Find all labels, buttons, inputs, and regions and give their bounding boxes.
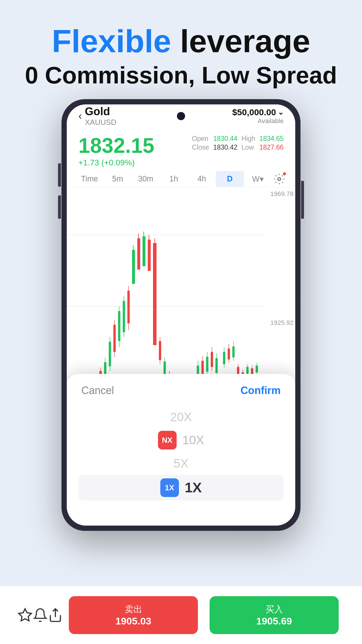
svg-marker-81 [19,609,31,621]
bottom-action-bar: 卖出 1905.03 买入 1905.69 [0,586,362,644]
header-title: Flexible leverage [17,23,345,59]
tf-5m[interactable]: 5m [103,171,131,187]
chart-settings[interactable] [272,172,287,186]
open-value: 1830.44 [213,135,237,143]
svg-rect-66 [223,352,225,364]
open-label: Open [192,135,209,143]
low-label: Low [242,144,255,151]
header-section: Flexible leverage 0 Commission, Low Spre… [0,0,362,101]
svg-rect-26 [118,311,120,341]
svg-rect-32 [132,250,135,284]
tf-d[interactable]: D [216,171,244,187]
leverage-value-10x: 10X [182,433,204,447]
leverage-option-10x[interactable]: NX 10X [67,428,295,452]
svg-rect-68 [228,349,230,359]
chart-price-top: 1969.78 [270,190,294,198]
svg-rect-76 [246,367,249,374]
close-label: Close [192,144,209,151]
side-button-right [301,181,304,219]
svg-rect-34 [137,238,140,270]
tf-w[interactable]: W▾ [244,171,272,187]
leverage-option-5x[interactable]: 5X [67,452,295,475]
side-button-left-top [58,163,61,187]
side-button-left-bottom [58,195,61,219]
tf-30m[interactable]: 30m [132,171,160,187]
close-value: 1830.42 [213,144,237,151]
tf-1h[interactable]: 1h [160,171,188,187]
overlay-header: Cancel Confirm [67,374,295,402]
svg-rect-42 [159,341,161,360]
header-title-black: leverage [171,23,310,59]
cancel-button[interactable]: Cancel [81,384,114,397]
leverage-option-1x-selected[interactable]: 1X 1X [78,475,284,501]
price-section: 1832.15 +1.73 (+0.09%) Open 1830.44 High… [67,128,295,170]
balance-info: $50,000.00 ⌄ Available [232,107,284,125]
notification-icon[interactable] [33,608,48,623]
svg-rect-40 [153,243,157,345]
header-title-blue: Flexible [52,23,171,59]
back-button[interactable]: ‹ [78,110,82,122]
phone-screen: ‹ Gold XAUUSD $50,000.00 ⌄ Available [67,104,295,526]
balance-label: Available [232,117,284,125]
header-subtitle: 0 Commission, Low Spread [17,62,345,89]
phone-wrapper: ‹ Gold XAUUSD $50,000.00 ⌄ Available [61,99,301,557]
confirm-button[interactable]: Confirm [240,384,281,397]
high-label: High [242,135,255,143]
share-icon[interactable] [48,608,63,623]
watchlist-icon[interactable] [17,608,33,623]
current-price: 1832.15 [78,134,154,158]
buy-button[interactable]: 买入 1905.69 [210,596,339,634]
nx-badge: NX [158,431,177,449]
camera-notch [177,112,185,120]
tf-time[interactable]: Time [75,171,103,187]
svg-rect-24 [113,325,116,352]
sell-label: 卖出 [125,603,142,615]
svg-rect-30 [127,291,130,323]
settings-notification-dot [283,172,286,175]
svg-rect-22 [109,342,111,366]
sell-price: 1905.03 [115,615,151,627]
price-change: +1.73 (+0.09%) [78,158,154,167]
onex-badge: 1X [160,478,179,497]
buy-price: 1905.69 [256,615,292,627]
chart-price-mid: 1925.92 [270,319,294,327]
svg-rect-80 [256,365,258,372]
svg-rect-38 [148,240,151,271]
svg-rect-36 [143,236,145,266]
svg-point-0 [278,178,281,181]
leverage-value-1x: 1X [185,477,202,498]
svg-rect-60 [206,357,208,372]
timeframe-bar: Time 5m 30m 1h 4h D W▾ [67,171,295,187]
high-value: 1834.65 [259,135,284,143]
svg-rect-62 [211,352,213,367]
svg-rect-28 [123,301,125,332]
low-value: 1827.66 [259,144,284,151]
asset-symbol: XAUUSD [85,118,116,127]
asset-name: Gold [85,105,116,118]
svg-rect-70 [232,346,235,357]
buy-label: 买入 [266,603,283,615]
phone-frame: ‹ Gold XAUUSD $50,000.00 ⌄ Available [61,99,301,531]
sell-button[interactable]: 卖出 1905.03 [69,596,198,634]
leverage-picker-overlay: Cancel Confirm 20X NX 10X 5X 1X [67,374,295,526]
balance-amount[interactable]: $50,000.00 ⌄ [232,107,284,117]
svg-rect-64 [215,358,218,373]
leverage-list: 20X NX 10X 5X 1X 1X [67,402,295,503]
leverage-option-20x[interactable]: 20X [67,405,295,428]
tf-4h[interactable]: 4h [188,171,216,187]
